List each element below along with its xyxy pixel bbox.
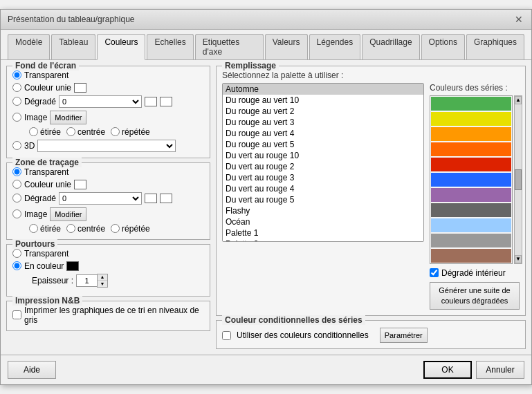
series-colors-wrapper: ▲ ▼ — [430, 95, 513, 264]
fond-ecran-group: Fond de l'écran Transparent Couleur unie… — [6, 66, 210, 158]
palette-area: Automne Du rouge au vert 10 Du rouge au … — [222, 83, 520, 310]
zone-degrade-color1[interactable] — [145, 194, 157, 203]
epaisseur-input[interactable] — [76, 274, 97, 287]
tab-legendes[interactable]: Légendes — [309, 34, 361, 59]
tab-options[interactable]: Options — [421, 34, 465, 59]
fond-degrade-color1[interactable] — [145, 97, 157, 106]
tabs-bar: Modèle Tableau Couleurs Echelles Etiquet… — [1, 30, 531, 60]
image-row: Image Modifier — [12, 111, 204, 124]
tab-echelles[interactable]: Echelles — [147, 34, 193, 59]
fond-degrade-radio[interactable] — [12, 97, 21, 106]
zone-tracage-title: Zone de traçage — [12, 158, 82, 167]
scroll-thumb[interactable] — [515, 169, 522, 190]
fond-transparent-label: Transparent — [24, 71, 68, 80]
zone-stretch-row: étirée centrée répétée — [12, 224, 204, 234]
series-colors-container: Couleurs des séries : — [430, 83, 520, 310]
impression-checkbox[interactable] — [12, 310, 21, 319]
fond-couleur-box[interactable] — [74, 83, 86, 93]
zone-centree-radio[interactable] — [66, 224, 75, 233]
zone-etiree-radio[interactable] — [29, 224, 38, 233]
zone-image-row: Image Modifier — [12, 207, 204, 221]
repetee-radio[interactable] — [111, 127, 120, 136]
fond-3d-select[interactable] — [37, 140, 176, 152]
annuler-button[interactable]: Annuler — [476, 361, 524, 379]
parametrer-button[interactable]: Paramétrer — [380, 328, 428, 343]
repetee-label[interactable]: répétée — [111, 127, 150, 137]
fond-image-radio[interactable] — [12, 113, 21, 122]
zone-degrade-color2[interactable] — [160, 194, 172, 203]
series-color-10[interactable] — [431, 249, 511, 263]
series-color-4[interactable] — [431, 158, 511, 171]
conditional-group: Couleur conditionnelles des séries Utili… — [216, 320, 526, 349]
zone-degrade-radio[interactable] — [12, 194, 21, 203]
series-color-9[interactable] — [431, 234, 511, 247]
fond-transparent-radio[interactable] — [12, 71, 21, 79]
scroll-down-arrow[interactable]: ▼ — [515, 255, 522, 263]
conditional-checkbox[interactable] — [222, 331, 231, 340]
zone-etiree-label[interactable]: étirée — [29, 224, 61, 234]
tab-tableau[interactable]: Tableau — [51, 34, 95, 59]
threed-row: 3D — [12, 140, 204, 152]
etiree-label[interactable]: étirée — [29, 127, 61, 137]
pourtours-color-box[interactable] — [66, 261, 79, 271]
fond-degrade-color2[interactable] — [160, 97, 172, 106]
series-color-3[interactable] — [431, 142, 511, 156]
zone-couleur-box[interactable] — [74, 180, 86, 189]
fond-3d-label: 3D — [24, 141, 35, 151]
zone-couleur-label: Couleur unie — [24, 180, 71, 189]
fond-degrade-select[interactable]: 0 — [59, 95, 142, 108]
epaisseur-spinner: ▲ ▼ — [76, 274, 108, 288]
series-color-7[interactable] — [431, 203, 511, 217]
series-color-0[interactable] — [431, 97, 511, 111]
zone-degrade-select[interactable]: 0 — [59, 192, 142, 205]
impression-group: Impression N&B Imprimer les graphiques d… — [6, 301, 210, 331]
zone-repetee-radio[interactable] — [111, 224, 120, 233]
tab-valeurs[interactable]: Valeurs — [265, 34, 308, 59]
ok-button[interactable]: OK — [423, 361, 472, 379]
zone-transparent-radio[interactable] — [12, 167, 21, 176]
zone-couleur-radio[interactable] — [12, 180, 21, 189]
tab-etiquettes[interactable]: Etiquettes d'axe — [195, 34, 264, 59]
series-color-2[interactable] — [431, 127, 511, 141]
couleur-unie-row: Couleur unie — [12, 83, 204, 93]
fond-modifier-button[interactable]: Modifier — [50, 111, 86, 124]
series-scrollbar: ▲ ▼ — [514, 95, 522, 264]
centree-radio[interactable] — [66, 127, 75, 136]
zone-tracage-group: Zone de traçage Transparent Couleur unie… — [6, 162, 210, 240]
aide-button[interactable]: Aide — [8, 361, 56, 379]
pourtours-transparent-radio[interactable] — [12, 249, 21, 258]
series-color-8[interactable] — [431, 218, 511, 232]
tab-modele[interactable]: Modèle — [8, 34, 50, 59]
pourtours-title: Pourtours — [12, 239, 57, 249]
spinner-down[interactable]: ▼ — [98, 281, 107, 287]
pourtours-couleur-radio[interactable] — [12, 261, 21, 270]
scroll-up-arrow[interactable]: ▲ — [515, 96, 522, 104]
series-color-5[interactable] — [431, 173, 511, 187]
tab-couleurs[interactable]: Couleurs — [97, 34, 145, 60]
fond-3d-radio[interactable] — [12, 141, 21, 150]
spinner-up[interactable]: ▲ — [98, 274, 107, 281]
palette-list-container: Automne Du rouge au vert 10 Du rouge au … — [222, 83, 424, 310]
centree-label[interactable]: centrée — [66, 127, 105, 137]
main-content: Fond de l'écran Transparent Couleur unie… — [1, 60, 531, 355]
series-color-1[interactable] — [431, 112, 511, 126]
tab-graphiques[interactable]: Graphiques — [466, 34, 524, 59]
degrade-row: Dégradé 0 — [12, 95, 204, 108]
zone-repetee-label[interactable]: répétée — [111, 224, 150, 234]
degrade-checkbox[interactable] — [430, 268, 439, 277]
zone-modifier-button[interactable]: Modifier — [50, 207, 86, 221]
impression-checkbox-row: Imprimer les graphiques de ce tri en niv… — [12, 306, 204, 325]
pourtours-couleur-label: En couleur — [24, 261, 64, 271]
series-color-6[interactable] — [431, 188, 511, 202]
close-button[interactable]: ✕ — [513, 14, 524, 25]
series-label: Couleurs des séries : — [430, 83, 520, 93]
main-window: Présentation du tableau/graphique ✕ Modè… — [0, 9, 532, 386]
fond-couleur-radio[interactable] — [12, 83, 21, 92]
palette-list[interactable]: Automne Du rouge au vert 10 Du rouge au … — [222, 83, 424, 242]
stretch-row: étirée centrée répétée — [12, 127, 204, 137]
zone-image-radio[interactable] — [12, 209, 21, 218]
etiree-radio[interactable] — [29, 127, 38, 136]
generate-button[interactable]: Générer une suite decouleurs dégradées — [430, 282, 520, 310]
zone-centree-label[interactable]: centrée — [66, 224, 105, 234]
tab-quadrillage[interactable]: Quadrillage — [362, 34, 419, 59]
